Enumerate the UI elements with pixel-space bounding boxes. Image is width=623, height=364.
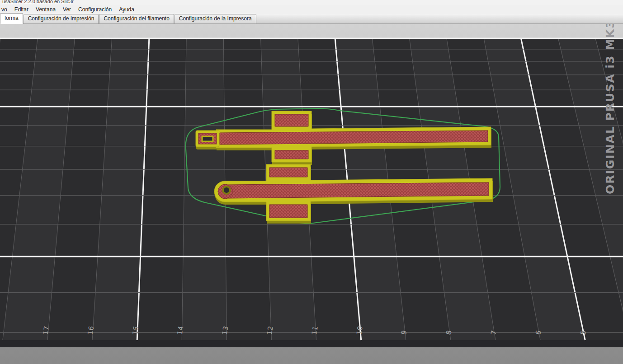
model-object-2-infill-bar	[228, 182, 489, 198]
menu-item-editar[interactable]: Editar	[11, 6, 32, 13]
model-object-2-hole	[224, 187, 229, 193]
model-object-1-infill-crossbar-top	[275, 114, 308, 126]
menu-bar: vo Editar Ventana Ver Configuración Ayud…	[0, 5, 623, 14]
menu-item-archivo[interactable]: vo	[0, 6, 11, 13]
svg-text:14: 14	[176, 326, 185, 336]
model-object-1-infill-crossbar-bottom	[275, 150, 308, 159]
menu-item-ventana[interactable]: Ventana	[32, 6, 59, 13]
svg-text:16: 16	[86, 326, 95, 336]
3d-viewport[interactable]: 171615141312111098765 ORIGINAL PRUSA i3 …	[0, 24, 623, 364]
tab-plataforma[interactable]: forma	[0, 13, 23, 24]
svg-text:12: 12	[265, 326, 275, 336]
tab-configuracion-filamento[interactable]: Configuración del filamento	[99, 14, 174, 23]
print-bed-front-edge	[0, 340, 623, 347]
model-object-2-infill-crossbar-bottom	[269, 205, 307, 218]
menu-item-ayuda[interactable]: Ayuda	[115, 6, 138, 13]
svg-text:17: 17	[41, 326, 51, 336]
svg-text:15: 15	[131, 326, 140, 336]
settings-tab-bar: forma Configuración de Impresión Configu…	[0, 14, 623, 24]
svg-text:11: 11	[310, 326, 320, 336]
bed-brand-label: ORIGINAL PRUSA i3 MK3	[604, 24, 617, 194]
svg-text:10: 10	[355, 326, 364, 336]
svg-text:13: 13	[221, 326, 230, 336]
tab-configuracion-impresora[interactable]: Configuración de la Impresora	[175, 14, 256, 23]
window-title: usaSlicer 2.2.0 basado en Slic3r	[2, 0, 74, 4]
menu-item-ver[interactable]: Ver	[59, 6, 75, 13]
tab-configuracion-impresion[interactable]: Configuración de Impresión	[24, 14, 99, 23]
model-object-1-infill-bar	[220, 131, 488, 145]
model-object-2-infill-crossbar-top	[269, 168, 307, 177]
menu-item-configuracion[interactable]: Configuración	[75, 6, 115, 13]
window-titlebar: usaSlicer 2.2.0 basado en Slic3r	[0, 0, 623, 5]
model-object-1-keyring-hole	[202, 136, 213, 141]
